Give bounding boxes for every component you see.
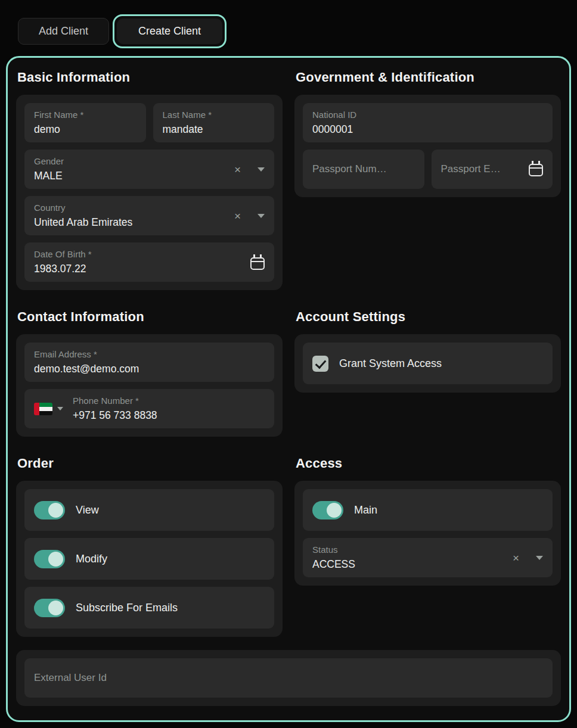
external-user-id-card: External User Id: [16, 650, 561, 706]
tab-bar: Add Client Create Client: [0, 0, 577, 51]
first-name-value: demo: [34, 122, 137, 136]
clear-icon[interactable]: ×: [509, 552, 523, 564]
grant-system-access-checkbox[interactable]: [312, 356, 328, 372]
clear-icon[interactable]: ×: [231, 210, 244, 222]
last-name-label: Last Name *: [163, 109, 265, 121]
phone-country-select[interactable]: [34, 403, 63, 415]
gender-select[interactable]: Gender MALE ×: [24, 150, 274, 189]
phone-number-field[interactable]: Phone Number * +971 56 733 8838: [24, 389, 274, 428]
status-value: ACCESS: [312, 557, 509, 571]
status-label: Status: [312, 544, 509, 556]
view-toggle-row: View: [24, 489, 274, 531]
section-contact-information: Contact Information Email Address * demo…: [16, 303, 283, 437]
phone-number-label: Phone Number *: [73, 395, 265, 407]
tab-create-client[interactable]: Create Client: [117, 18, 222, 44]
toggle-knob: [48, 552, 63, 567]
email-address-value: demo.test@demo.com: [34, 362, 265, 376]
modify-toggle-row: Modify: [24, 538, 274, 580]
date-of-birth-value: 1983.07.22: [34, 262, 242, 276]
section-order: Order View Modify Subscribe For Emails: [16, 450, 283, 637]
modify-toggle-label: Modify: [76, 553, 107, 565]
government-identification-card: National ID 0000001 Passport Num… Passpo…: [294, 95, 561, 197]
main-toggle[interactable]: [312, 501, 343, 519]
external-user-id-placeholder: External User Id: [34, 672, 107, 684]
subscribe-for-emails-toggle-row: Subscribe For Emails: [24, 587, 274, 629]
grant-system-access-row[interactable]: Grant System Access: [303, 343, 553, 384]
chevron-down-icon[interactable]: [57, 407, 63, 410]
tab-add-client[interactable]: Add Client: [18, 18, 109, 45]
phone-number-value: +971 56 733 8838: [73, 408, 265, 422]
first-name-label: First Name *: [34, 109, 137, 121]
chevron-down-icon[interactable]: [258, 214, 265, 218]
toggle-knob: [327, 503, 342, 518]
last-name-field[interactable]: Last Name * mandate: [153, 103, 275, 142]
chevron-down-icon[interactable]: [536, 556, 543, 560]
national-id-value: 0000001: [312, 122, 543, 136]
gender-label: Gender: [34, 155, 231, 167]
section-government-identification: Government & Identification National ID …: [294, 64, 561, 197]
order-title: Order: [17, 456, 283, 471]
clear-icon[interactable]: ×: [231, 164, 244, 175]
government-identification-title: Government & Identification: [296, 70, 561, 85]
subscribe-for-emails-toggle[interactable]: [34, 599, 65, 617]
calendar-icon[interactable]: [529, 164, 543, 176]
main-toggle-row: Main: [303, 489, 553, 531]
section-basic-information: Basic Information First Name * demo Last…: [16, 64, 283, 290]
date-of-birth-field[interactable]: Date Of Birth * 1983.07.22: [24, 242, 274, 282]
account-settings-card: Grant System Access: [294, 334, 561, 393]
toggle-knob: [48, 503, 63, 518]
basic-information-card: First Name * demo Last Name * mandate Ge…: [16, 95, 283, 290]
email-address-label: Email Address *: [34, 349, 265, 360]
account-settings-title: Account Settings: [296, 309, 561, 325]
view-toggle[interactable]: [34, 501, 65, 519]
first-name-field[interactable]: First Name * demo: [24, 103, 146, 142]
order-card: View Modify Subscribe For Emails: [16, 481, 283, 637]
email-address-field[interactable]: Email Address * demo.test@demo.com: [24, 343, 274, 382]
date-of-birth-label: Date Of Birth *: [34, 248, 242, 260]
national-id-field[interactable]: National ID 0000001: [303, 103, 553, 142]
modify-toggle[interactable]: [34, 550, 65, 568]
calendar-icon[interactable]: [250, 257, 265, 270]
status-select[interactable]: Status ACCESS ×: [303, 538, 553, 577]
section-account-settings: Account Settings Grant System Access: [294, 303, 561, 393]
subscribe-for-emails-toggle-label: Subscribe For Emails: [76, 602, 178, 614]
uae-flag-icon: [34, 403, 52, 415]
country-label: Country: [34, 202, 231, 214]
tab-create-client-ring[interactable]: Create Client: [113, 14, 227, 48]
gender-value: MALE: [34, 169, 231, 183]
external-user-id-field[interactable]: External User Id: [24, 658, 553, 698]
create-client-form-panel: Basic Information First Name * demo Last…: [6, 56, 571, 722]
main-toggle-label: Main: [354, 504, 377, 517]
access-title: Access: [296, 456, 561, 471]
passport-number-placeholder: Passport Num…: [312, 163, 387, 175]
view-toggle-label: View: [76, 504, 99, 517]
grant-system-access-label: Grant System Access: [339, 357, 442, 370]
section-access: Access Main Status ACCESS ×: [294, 450, 561, 586]
contact-information-card: Email Address * demo.test@demo.com Phone…: [16, 334, 283, 437]
chevron-down-icon[interactable]: [258, 167, 265, 172]
access-card: Main Status ACCESS ×: [294, 481, 561, 586]
country-value: United Arab Emirates: [34, 215, 231, 229]
passport-expiry-placeholder: Passport E…: [441, 163, 521, 175]
passport-expiry-field[interactable]: Passport E…: [432, 150, 553, 189]
passport-number-field[interactable]: Passport Num…: [303, 150, 424, 189]
toggle-knob: [48, 601, 63, 615]
last-name-value: mandate: [163, 122, 265, 136]
contact-information-title: Contact Information: [17, 309, 283, 325]
basic-information-title: Basic Information: [17, 70, 283, 85]
country-select[interactable]: Country United Arab Emirates ×: [24, 196, 274, 235]
national-id-label: National ID: [312, 109, 543, 121]
